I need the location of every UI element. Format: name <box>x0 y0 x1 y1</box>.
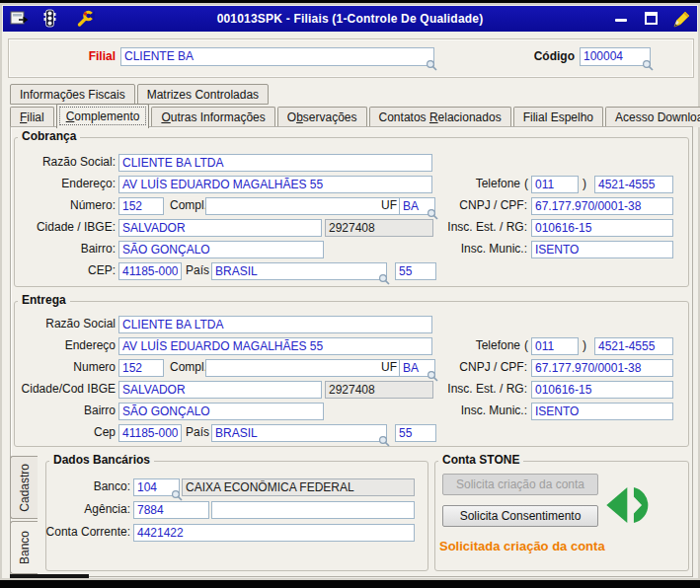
uf-lookup-icon[interactable] <box>427 208 439 221</box>
paren-close: ) <box>583 176 590 191</box>
insc-est-input[interactable] <box>531 219 673 237</box>
insc-est-field <box>531 218 673 236</box>
insc-mun-input[interactable] <box>531 241 673 258</box>
endereco-label: Endereço: <box>12 176 116 191</box>
codigo-lookup-icon[interactable] <box>642 59 655 72</box>
pais-label: País <box>186 424 211 440</box>
cnpj-field <box>531 196 673 214</box>
tab-filial[interactable]: Filial <box>10 107 54 127</box>
banco-label: Banco: <box>41 478 130 494</box>
pais-cod-field <box>395 423 436 441</box>
titlebar: 001013SPK - Filiais (1-Controle De Quali… <box>3 6 697 32</box>
tab-observacoes[interactable]: Observações <box>277 107 367 127</box>
numero-field <box>118 358 164 376</box>
ddd-input[interactable] <box>531 176 579 193</box>
cep-input[interactable] <box>118 424 182 442</box>
endereco-input[interactable] <box>118 337 432 355</box>
compl-input[interactable] <box>205 197 401 215</box>
pais-lookup-icon[interactable] <box>378 435 391 448</box>
tab-label: omplemento <box>74 110 139 123</box>
tab-contatos-relacionados[interactable]: Contatos Relacionados <box>369 107 511 127</box>
pais-field <box>211 423 387 441</box>
bairro-label: Bairro: <box>12 241 116 257</box>
cep-label: Cep <box>12 424 116 440</box>
side-tab-label: Cadastro <box>18 464 32 512</box>
filial-lookup-icon[interactable] <box>426 59 438 72</box>
codigo-input[interactable] <box>580 47 651 66</box>
filial-field <box>120 46 434 65</box>
tab-label: Contatos <box>379 110 429 124</box>
agencia-digito-input[interactable] <box>211 501 415 519</box>
maximize-button[interactable] <box>645 12 658 25</box>
bairro-label: Bairro <box>12 403 116 418</box>
edit-pencil-icon[interactable] <box>671 9 692 30</box>
telefone-label: Telefone <box>417 337 520 353</box>
codigo-label: Código <box>494 48 575 64</box>
tab-matrizes-controladas[interactable]: Matrizes Controladas <box>137 84 269 105</box>
tab-label: Matrizes Controladas <box>147 88 259 102</box>
compl-input[interactable] <box>205 359 401 377</box>
banco-lookup-icon[interactable] <box>171 489 184 502</box>
side-tab-banco[interactable]: Banco <box>10 521 38 574</box>
cidade-input[interactable] <box>118 381 322 399</box>
stone-logo-icon <box>602 485 663 525</box>
pais-input[interactable] <box>211 424 387 442</box>
ibge-field <box>325 218 433 236</box>
telefone-input[interactable] <box>594 176 673 193</box>
cidade-input[interactable] <box>118 219 322 237</box>
insc-est-field <box>531 380 673 398</box>
ibge-readonly <box>325 219 433 237</box>
tab-complemento[interactable]: Complemento <box>56 104 150 128</box>
tab-acesso-download-xml[interactable]: Acesso Download XML <box>605 107 700 127</box>
razao-social-input[interactable] <box>118 316 432 333</box>
telefone-label: Telefone <box>417 176 520 191</box>
compl-field <box>205 196 401 214</box>
solicita-consentimento-button[interactable]: Solicita Consentimento <box>442 505 598 527</box>
compl-label: Compl. <box>170 197 205 213</box>
endereco-input[interactable] <box>118 176 432 193</box>
bairro-input[interactable] <box>118 241 324 258</box>
side-tab-indicator <box>10 574 89 578</box>
uf-lookup-icon[interactable] <box>427 370 439 383</box>
razao-social-input[interactable] <box>118 154 432 172</box>
ddd-field <box>531 336 579 354</box>
cnpj-input[interactable] <box>531 197 673 215</box>
insc-est-label: Insc. Est. / RG: <box>424 219 527 235</box>
numero-input[interactable] <box>118 359 164 377</box>
endereco-field <box>118 175 432 192</box>
telefone-input[interactable] <box>594 337 673 355</box>
numero-input[interactable] <box>118 197 164 215</box>
side-tab-cadastro[interactable]: Cadastro <box>10 456 38 519</box>
cep-input[interactable] <box>118 262 182 280</box>
paren-close: ) <box>583 337 590 353</box>
tab-hotkey: b <box>296 110 303 124</box>
tab-label: Filial Espelho <box>523 110 593 124</box>
bairro-input[interactable] <box>118 403 324 420</box>
tab-outras-informacoes[interactable]: Outras Informações <box>151 107 274 127</box>
uf-label: UF <box>381 359 399 375</box>
filial-input[interactable] <box>120 47 434 66</box>
tab-filial-espelho[interactable]: Filial Espelho <box>513 107 603 127</box>
pais-input[interactable] <box>211 262 387 280</box>
cnpj-input[interactable] <box>531 359 673 377</box>
minimize-button[interactable] <box>615 19 627 22</box>
insc-mun-field <box>531 240 673 257</box>
insc-est-input[interactable] <box>531 381 673 399</box>
pais-cod-input[interactable] <box>395 424 436 442</box>
tab-informacoes-fiscais[interactable]: Informações Fiscais <box>10 84 135 105</box>
compl-label: Compl. <box>170 359 205 375</box>
agencia-input[interactable] <box>133 501 209 519</box>
stone-status-text: Solicitada criação da conta <box>439 539 605 553</box>
insc-mun-input[interactable] <box>531 403 673 420</box>
pais-lookup-icon[interactable] <box>378 273 391 286</box>
insc-mun-label: Insc. Munic.: <box>424 403 527 418</box>
filial-label: Filial <box>17 48 116 64</box>
cidade-ibge-label: Cidade / IBGE: <box>12 219 116 235</box>
conta-corrente-input[interactable] <box>133 524 415 542</box>
tab-row-2: Filial Complemento Outras Informações Ob… <box>10 104 700 127</box>
razao-social-label: Razão Social: <box>12 154 116 170</box>
ddd-input[interactable] <box>531 337 579 355</box>
pais-cod-input[interactable] <box>395 262 436 280</box>
solicita-criacao-button[interactable]: Solicita criação da conta <box>442 474 598 495</box>
tab-label: ilial <box>27 110 43 124</box>
